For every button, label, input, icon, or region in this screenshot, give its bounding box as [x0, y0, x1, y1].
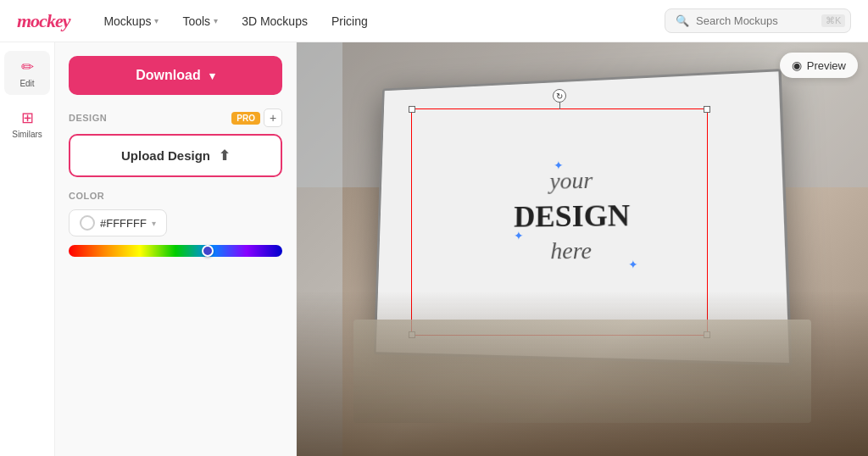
- design-text-design: DESIGN: [514, 195, 630, 236]
- upload-design-label: Upload Design: [121, 148, 210, 163]
- content-area: your DESIGN here ↻ ✦ ✦ ✦: [297, 42, 868, 456]
- eye-icon: ◉: [792, 58, 802, 72]
- sidebar-item-label: Similars: [12, 130, 42, 139]
- nav-item-pricing[interactable]: Pricing: [331, 14, 368, 28]
- chevron-down-icon: ▾: [152, 219, 156, 228]
- chevron-down-icon: ▾: [209, 70, 215, 82]
- design-header: DESIGN PRO +: [69, 108, 282, 127]
- color-gradient-slider[interactable]: [69, 245, 282, 257]
- logo[interactable]: mockey: [17, 10, 70, 32]
- search-input[interactable]: [696, 14, 815, 27]
- color-section: COLOR #FFFFFF ▾: [69, 191, 282, 257]
- download-button[interactable]: Download ▾: [69, 56, 282, 95]
- mockup-image: your DESIGN here ↻ ✦ ✦ ✦: [297, 42, 868, 456]
- sidebar-icons: ✏ Edit ⊞ Similars: [0, 42, 55, 456]
- nav-item-mockups[interactable]: Mockups ▾: [103, 14, 159, 28]
- design-text-your: your: [514, 164, 629, 197]
- download-label: Download: [136, 68, 200, 83]
- sidebar-item-similars[interactable]: ⊞ Similars: [4, 102, 50, 146]
- pro-badge: PRO: [231, 112, 260, 125]
- design-section-label: DESIGN: [69, 113, 107, 123]
- laptop-keyboard: [353, 320, 810, 423]
- upload-design-button[interactable]: Upload Design ⬆: [69, 134, 282, 177]
- color-picker-row: #FFFFFF ▾: [69, 209, 282, 236]
- search-bar[interactable]: 🔍 ⌘K: [665, 8, 851, 33]
- main-layout: ✏ Edit ⊞ Similars Download ▾ DESIGN PRO …: [0, 42, 868, 456]
- upload-icon: ⬆: [219, 147, 230, 164]
- grid-icon: ⊞: [21, 108, 34, 127]
- nav: Mockups ▾ Tools ▾ 3D Mockups Pricing: [103, 14, 367, 28]
- pro-wrapper: PRO +: [231, 108, 282, 127]
- sidebar-item-edit[interactable]: ✏ Edit: [4, 51, 50, 95]
- color-hex-value: #FFFFFF: [100, 217, 147, 230]
- color-section-label: COLOR: [69, 191, 282, 201]
- search-icon: 🔍: [676, 14, 689, 27]
- edit-icon: ✏: [21, 58, 34, 76]
- design-section: DESIGN PRO + Upload Design ⬆: [69, 108, 282, 177]
- nav-item-3d-mockups[interactable]: 3D Mockups: [242, 14, 308, 28]
- left-panel: Download ▾ DESIGN PRO + Upload Design ⬆ …: [55, 42, 297, 456]
- header: mockey Mockups ▾ Tools ▾ 3D Mockups Pric…: [0, 0, 868, 42]
- design-text-here: here: [514, 236, 631, 267]
- chevron-down-icon: ▾: [214, 16, 218, 25]
- chevron-down-icon: ▾: [154, 16, 159, 25]
- search-kbd: ⌘K: [821, 14, 845, 27]
- color-slider-thumb[interactable]: [202, 245, 214, 257]
- sidebar-item-label: Edit: [19, 79, 34, 88]
- add-design-button[interactable]: +: [264, 108, 282, 127]
- bg-strip-2: [297, 42, 342, 456]
- design-placeholder-text: your DESIGN here: [514, 164, 631, 267]
- color-value-button[interactable]: #FFFFFF ▾: [69, 209, 167, 236]
- preview-label: Preview: [807, 59, 846, 72]
- color-circle: [80, 215, 95, 231]
- nav-item-tools[interactable]: Tools ▾: [182, 14, 218, 28]
- preview-button[interactable]: ◉ Preview: [780, 53, 858, 78]
